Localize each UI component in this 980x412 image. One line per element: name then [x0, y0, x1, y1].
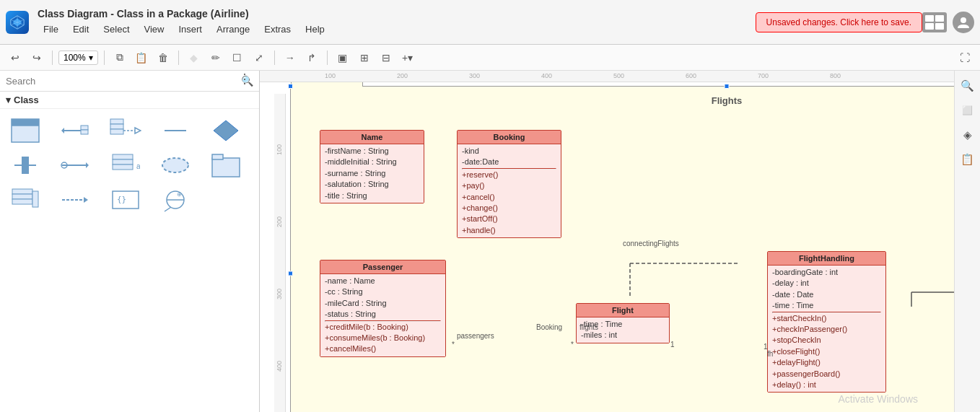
name-class-body: -firstName : String -middleInitial : Str… [320, 144, 424, 203]
fh-label: fh [767, 350, 773, 358]
paste-button[interactable]: 📋 [132, 48, 151, 67]
shape-line[interactable] [156, 115, 195, 146]
format-right-button[interactable]: ⬜ [958, 101, 977, 120]
ruler-mark-700: 700 [758, 72, 769, 79]
menu-help[interactable]: Help [299, 22, 331, 36]
booking-label: Booking [536, 323, 562, 331]
booking-class[interactable]: Booking -kind -date:Date +reserve() +pay… [457, 130, 561, 238]
format-button[interactable]: ▣ [333, 48, 352, 67]
title-menu-container: Class Diagram - Class in a Package (Airl… [38, 8, 744, 36]
svg-marker-19 [214, 120, 238, 141]
fill-color-button[interactable]: ◆ [185, 48, 204, 67]
svg-text:⊕: ⊕ [177, 191, 182, 198]
fullscreen-button[interactable]: ⛶ [955, 48, 974, 67]
name-class[interactable]: Name -firstName : String -middleInitial … [320, 130, 424, 203]
star2-label: * [571, 341, 574, 349]
class-section-header[interactable]: ▾ Class [0, 92, 259, 109]
shape-fork[interactable] [6, 149, 45, 181]
extras-right-button[interactable]: 📋 [958, 150, 977, 169]
menu-extras[interactable]: Extras [258, 22, 297, 36]
toolbar-separator-1 [52, 51, 53, 65]
delete-button[interactable]: 🗑 [154, 48, 172, 67]
shape-code[interactable]: {} [106, 184, 145, 216]
undo-button[interactable]: ↩ [6, 48, 25, 67]
distribute-button[interactable]: ⊟ [377, 48, 395, 67]
grid-view-button[interactable] [922, 12, 947, 32]
top-right-icons [922, 12, 974, 33]
diagram-container: 100 200 300 400 Flights [274, 82, 954, 412]
shape-extends[interactable] [106, 115, 145, 146]
svg-rect-33 [12, 189, 32, 194]
sel-handle-tl [288, 84, 293, 89]
copy-button[interactable]: ⧉ [110, 48, 129, 67]
shape-arrow-right[interactable] [56, 149, 95, 181]
booking-class-header: Booking [458, 131, 561, 144]
search-input[interactable] [6, 76, 237, 87]
shape-class[interactable] [6, 115, 45, 146]
toolbar-separator-3 [178, 51, 179, 65]
waypoint2-button[interactable]: ↱ [302, 48, 321, 67]
ruler-v-mark-400: 400 [276, 361, 283, 372]
menu-view[interactable]: View [139, 22, 170, 36]
sel-handle-left [288, 271, 293, 276]
zoom-dropdown-icon: ▾ [89, 53, 93, 63]
svg-rect-8 [12, 119, 39, 126]
menu-edit[interactable]: Edit [67, 22, 95, 36]
menu-file[interactable]: File [38, 22, 64, 36]
stroke-color-button[interactable]: ✏ [206, 48, 225, 67]
svg-rect-36 [32, 191, 38, 207]
toolbar: ↩ ↪ 100% ▾ ⧉ 📋 🗑 ◆ ✏ ☐ ⤢ → ↱ ▣ ⊞ ⊟ +▾ ⛶ [0, 45, 980, 71]
svg-rect-28 [113, 165, 133, 170]
shape-dashed-arrow[interactable] [56, 184, 95, 216]
horizontal-ruler: 100 200 300 400 500 600 700 800 [260, 71, 954, 82]
app-logo [6, 11, 29, 34]
ruler-mark-600: 600 [686, 72, 696, 79]
layers-right-button[interactable]: ◈ [958, 126, 977, 144]
more-button[interactable]: +▾ [398, 48, 417, 67]
shape-note2[interactable] [6, 184, 45, 216]
booking-class-body: -kind -date:Date +reserve() +pay() +canc… [458, 144, 561, 237]
menu-bar: File Edit Select View Insert Arrange Ext… [38, 22, 744, 36]
shape-button[interactable]: ☐ [228, 48, 247, 67]
align-button[interactable]: ⊞ [355, 48, 374, 67]
svg-rect-13 [110, 119, 123, 124]
menu-select[interactable]: Select [97, 22, 135, 36]
top-bar: Class Diagram - Class in a Package (Airl… [0, 0, 980, 45]
passenger-class[interactable]: Passenger -name : Name -cc : String -mil… [320, 260, 446, 357]
svg-marker-17 [135, 128, 141, 133]
svg-text:a: a [136, 162, 140, 170]
svg-marker-24 [86, 162, 89, 168]
shape-arrow-left[interactable] [56, 115, 95, 146]
star1-label: * [452, 341, 455, 349]
shape-diamond-blue[interactable] [206, 115, 245, 146]
redo-button[interactable]: ↪ [27, 48, 46, 67]
ruler-mark-200: 200 [397, 72, 408, 79]
panel-options-button[interactable]: ⋮ [238, 71, 251, 87]
shape-crosshair[interactable]: ⊕ [156, 184, 195, 216]
waypoint-button[interactable]: ⤢ [250, 48, 268, 67]
menu-arrange[interactable]: Arrange [211, 22, 255, 36]
svg-rect-27 [113, 159, 133, 165]
canvas-area[interactable]: 100 200 300 400 500 600 700 800 100 200 … [260, 71, 954, 412]
name-class-header: Name [320, 131, 424, 144]
svg-rect-35 [12, 199, 32, 204]
passenger-class-header: Passenger [320, 260, 445, 274]
passengers-label: passengers [457, 332, 494, 340]
connection-button[interactable]: → [281, 48, 299, 67]
flights-label: flights [579, 323, 598, 331]
menu-insert[interactable]: Insert [172, 22, 208, 36]
unsaved-notice[interactable]: Unsaved changes. Click here to save. [756, 12, 922, 32]
flighthandling-class[interactable]: FlightHandling -boardingGate : int -dela… [767, 251, 886, 393]
search-right-button[interactable]: 🔍 [958, 76, 977, 95]
section-label: Class [14, 95, 39, 105]
shape-ellipse[interactable] [156, 149, 195, 181]
toolbar-separator-2 [104, 51, 105, 65]
zoom-value: 100% [64, 53, 86, 63]
zoom-control[interactable]: 100% ▾ [58, 51, 98, 65]
shape-note[interactable]: a [106, 149, 145, 181]
svg-rect-26 [113, 154, 133, 159]
user-avatar[interactable] [953, 12, 974, 33]
shape-package[interactable] [206, 149, 245, 181]
svg-rect-11 [81, 126, 88, 130]
svg-marker-38 [84, 197, 88, 203]
